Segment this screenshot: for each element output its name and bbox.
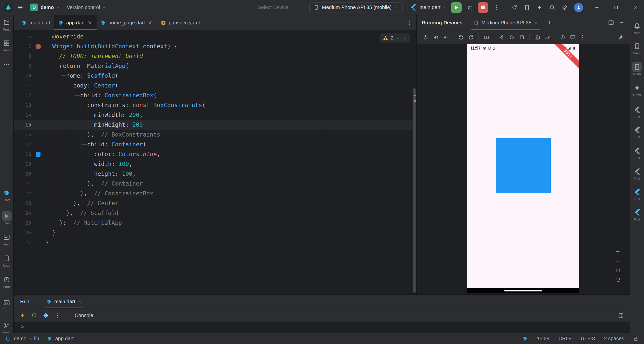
tool-stripe-notifications[interactable]: Notif bbox=[630, 21, 644, 35]
editor-tab-main.dart[interactable]: main.dart bbox=[18, 15, 54, 30]
tool-stripe-flutter-tool-6[interactable]: Flutt bbox=[630, 207, 644, 221]
code-line-12[interactable]: 12 │ │ │ ├─child: ConstrainedBox( bbox=[14, 91, 413, 100]
tool-stripe-project[interactable]: Proje bbox=[0, 18, 13, 31]
breadcrumb-project[interactable]: demo bbox=[14, 336, 26, 341]
open-devtools-button[interactable] bbox=[41, 311, 50, 320]
project-widget[interactable]: D demo bbox=[28, 2, 63, 13]
tab-options-icon[interactable] bbox=[407, 20, 413, 26]
tool-stripe-more-tool-windows[interactable] bbox=[0, 59, 13, 69]
settings-button[interactable] bbox=[559, 2, 571, 13]
code-line-24[interactable]: 24 │ │ ), // Scaffold bbox=[14, 208, 413, 218]
tool-stripe-flutter-tool-5[interactable]: Flutt bbox=[630, 187, 644, 201]
search-everywhere-button[interactable] bbox=[546, 2, 558, 13]
tool-stripe-terminal[interactable]: Term bbox=[0, 298, 13, 312]
tool-stripe-run[interactable]: Run bbox=[0, 211, 13, 225]
lock-icon[interactable] bbox=[633, 336, 638, 341]
next-warning-icon[interactable] bbox=[403, 36, 407, 40]
zoom-out-button[interactable]: − bbox=[614, 259, 622, 265]
indent-setting[interactable]: 2 spaces bbox=[604, 336, 624, 341]
debug-button[interactable] bbox=[464, 2, 475, 13]
zoom-in-button[interactable]: + bbox=[614, 248, 622, 254]
maximize-button[interactable] bbox=[607, 0, 625, 15]
back-button[interactable] bbox=[497, 32, 506, 42]
device-selector[interactable]: Medium Phone API 35 (mobile) bbox=[309, 2, 403, 13]
code-line-19[interactable]: 19 │ │ │ │ │ │ width: 100, bbox=[14, 159, 413, 169]
minimize-button[interactable] bbox=[588, 0, 606, 15]
more-actions-button[interactable] bbox=[491, 2, 502, 13]
override-gutter-icon[interactable]: ↑ bbox=[35, 44, 41, 49]
hot-reload-button[interactable] bbox=[18, 311, 27, 320]
breadcrumb-dir[interactable]: lib bbox=[34, 336, 39, 341]
breadcrumb[interactable]: demo › lib › app.dart bbox=[6, 336, 74, 341]
code-line-11[interactable]: 11 │ │ │ body: Center( bbox=[14, 81, 413, 91]
fold-button[interactable] bbox=[481, 32, 491, 42]
device-manager-button[interactable] bbox=[521, 2, 533, 13]
code-line-10[interactable]: 10 │ ├─home: Scaffold( bbox=[14, 71, 413, 81]
tool-stripe-flutter-tool-4[interactable]: Flutt bbox=[630, 167, 644, 181]
editor-scrollbar[interactable] bbox=[413, 30, 416, 294]
close-button[interactable] bbox=[626, 0, 644, 15]
warning-stripe-mark[interactable] bbox=[414, 95, 416, 96]
editor-tab-home_page.dart[interactable]: home_page.dart bbox=[97, 15, 157, 30]
code-line-26[interactable]: 26 } bbox=[14, 228, 413, 238]
hot-restart-button[interactable] bbox=[29, 311, 39, 320]
tool-stripe-flutter-tool-2[interactable]: Flutt bbox=[630, 125, 644, 139]
line-separator[interactable]: CRLF bbox=[558, 336, 572, 341]
tool-stripe-gemini[interactable]: Gemi bbox=[630, 83, 644, 97]
editor-tab-pubspec.yaml[interactable]: pubspec.yaml bbox=[157, 15, 204, 30]
device-tab[interactable]: Medium Phone API 35 bbox=[470, 15, 542, 30]
tool-stripe-problems[interactable]: Probl bbox=[0, 275, 13, 289]
code-line-8[interactable]: 8 │ // TODO: implement build bbox=[14, 51, 413, 61]
code-line-18[interactable]: 18 │ │ │ │ │ │ color: Colors.blue, bbox=[14, 149, 413, 159]
tool-stripe-device-manager[interactable]: Devic bbox=[630, 41, 644, 55]
rotate-left-button[interactable] bbox=[456, 32, 466, 42]
code-line-27[interactable]: 27} bbox=[14, 238, 413, 247]
zoom-reset-button[interactable]: 1:1 bbox=[614, 269, 622, 273]
layout-icon[interactable] bbox=[608, 20, 614, 26]
overview-button[interactable] bbox=[517, 32, 527, 42]
screenshot-button[interactable] bbox=[532, 32, 542, 42]
hide-panel-icon[interactable] bbox=[619, 20, 625, 26]
code-editor[interactable]: 6 @override7↑ Widget build(BuildContext … bbox=[14, 30, 416, 294]
run-console[interactable]: > bbox=[14, 322, 630, 333]
code-line-15[interactable]: 15 │ │ │ │ │ │ minHeight: 200 bbox=[14, 120, 413, 130]
rotate-right-button[interactable] bbox=[466, 32, 476, 42]
inspections-widget[interactable]: 2 bbox=[380, 33, 410, 42]
caret-position[interactable]: 15:29 bbox=[537, 336, 549, 341]
close-icon[interactable] bbox=[87, 20, 93, 25]
emulator-screen[interactable]: 11:57 3G 5554 bbox=[467, 44, 579, 293]
code-line-14[interactable]: 14 │ │ │ │ │ │ minWidth: 200, bbox=[14, 110, 413, 120]
more-button[interactable] bbox=[578, 32, 587, 42]
tool-stripe-version-control[interactable]: Versi bbox=[0, 321, 13, 334]
tool-stripe-flutter-tool-3[interactable]: Flutt bbox=[630, 146, 644, 160]
main-menu-button[interactable] bbox=[15, 2, 26, 13]
code-line-6[interactable]: 6 @override bbox=[14, 32, 413, 41]
code-line-21[interactable]: 21 │ │ │ │ │ ), // Container bbox=[14, 179, 413, 189]
color-preview-swatch[interactable] bbox=[36, 152, 41, 157]
close-icon[interactable] bbox=[147, 20, 153, 25]
tool-stripe-running-devices[interactable]: Runn bbox=[630, 62, 644, 76]
tool-stripe-logcat[interactable]: Logc bbox=[0, 253, 13, 267]
code-line-23[interactable]: 23 │ │ │ ), // Center bbox=[14, 198, 413, 208]
hardware-settings-button[interactable] bbox=[616, 32, 626, 42]
power-button[interactable] bbox=[421, 32, 430, 42]
warning-stripe-mark[interactable] bbox=[414, 100, 416, 102]
close-icon[interactable] bbox=[534, 21, 538, 25]
home-button[interactable] bbox=[507, 32, 516, 42]
code-line-16[interactable]: 16 │ │ │ │ │ ), // BoxConstraints bbox=[14, 130, 413, 140]
scrollbar-thumb[interactable] bbox=[413, 88, 416, 293]
run-tab-main-dart[interactable]: main.dart bbox=[43, 295, 86, 308]
close-icon[interactable] bbox=[78, 299, 82, 304]
more-button[interactable] bbox=[52, 311, 62, 320]
code-line-20[interactable]: 20 │ │ │ │ │ │ height: 100, bbox=[14, 169, 413, 179]
run-button[interactable] bbox=[451, 2, 462, 13]
tool-stripe-flutter-tool-1[interactable]: Flutt bbox=[630, 105, 644, 119]
code-line-25[interactable]: 25 │ ); // MaterialApp bbox=[14, 218, 413, 228]
volume-down-button[interactable] bbox=[441, 32, 450, 42]
code-line-17[interactable]: 17 │ │ │ │ ├─child: Container( bbox=[14, 140, 413, 149]
prev-warning-icon[interactable] bbox=[396, 36, 400, 40]
select-device-dropdown[interactable]: Select Device bbox=[258, 5, 294, 10]
code-line-13[interactable]: 13 │ │ │ │ │ constraints: const BoxConst… bbox=[14, 100, 413, 110]
volume-up-button[interactable] bbox=[431, 32, 440, 42]
tool-stripe-resource-manager[interactable]: Reso bbox=[0, 38, 13, 52]
